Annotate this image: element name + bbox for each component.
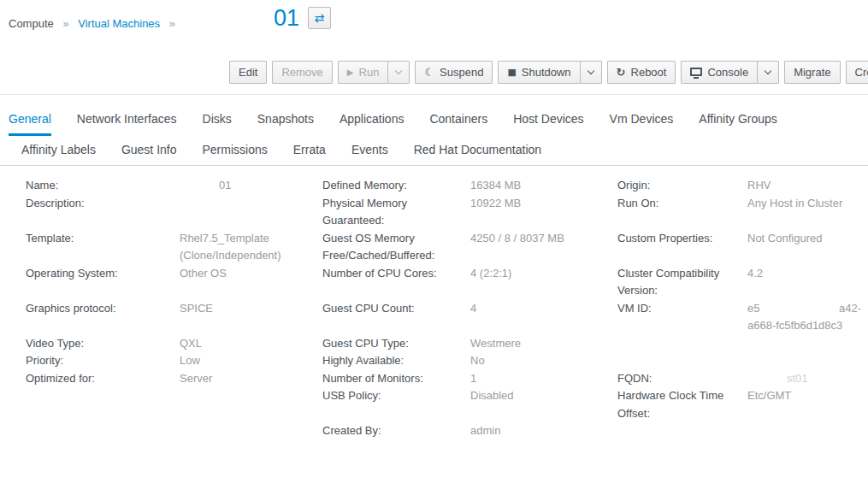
button-label: Edit: [239, 66, 257, 79]
tab-errata[interactable]: Errata: [293, 136, 326, 165]
details-column-1: Name:01Description:Template:Rhel7.5_Temp…: [26, 177, 322, 440]
breadcrumb-compute[interactable]: Compute: [9, 17, 54, 30]
detail-row: Operating System:Other OS: [26, 265, 322, 283]
detail-row: FQDN:st01: [617, 370, 868, 388]
tab-network-interfaces[interactable]: Network Interfaces: [77, 95, 177, 136]
spacer: [26, 212, 322, 230]
spacer: [617, 212, 868, 230]
shutdown-dropdown-toggle[interactable]: [580, 61, 602, 84]
detail-label: USB Policy:: [322, 387, 470, 405]
vm-details-page: Compute » Virtual Machines » 01 ⇄ EditRe…: [0, 0, 868, 440]
detail-label: Template:: [26, 230, 180, 248]
remove-button[interactable]: Remove: [272, 61, 332, 84]
detail-label: Hardware Clock Time Offset:: [617, 387, 747, 422]
detail-value: Not Configured: [747, 230, 868, 248]
button-label: Remove: [281, 66, 322, 79]
detail-row: Description:: [26, 195, 322, 213]
detail-value: 4.2: [747, 265, 868, 283]
spacer: [26, 317, 322, 335]
detail-row: Number of CPU Cores:4 (2:2:1): [322, 265, 617, 283]
detail-value: 4: [470, 300, 617, 318]
detail-row: Number of Monitors:1: [322, 370, 617, 388]
shutdown-button-group: ■Shutdown: [498, 61, 601, 84]
detail-label: Optimized for:: [26, 370, 180, 388]
detail-value: Server: [180, 370, 322, 388]
detail-row: Video Type:QXL: [26, 335, 322, 353]
tab-affinity-labels[interactable]: Affinity Labels: [21, 136, 96, 165]
detail-value: Other OS: [180, 265, 322, 283]
run-button[interactable]: ▶Run: [338, 61, 389, 84]
console-button[interactable]: Console: [681, 61, 758, 84]
detail-row: Priority:Low: [26, 352, 322, 370]
breadcrumb-separator: »: [169, 17, 175, 30]
tab-guest-info[interactable]: Guest Info: [121, 136, 177, 165]
tab-vm-devices[interactable]: Vm Devices: [610, 95, 674, 136]
detail-label: FQDN:: [617, 370, 747, 388]
detail-row: VM ID:e5a42-a668-fc5fb6d1d8c3: [617, 300, 868, 335]
tab-affinity-groups[interactable]: Affinity Groups: [699, 95, 777, 136]
general-details: Name:01Description:Template:Rhel7.5_Temp…: [0, 166, 868, 440]
detail-value: Low: [180, 352, 322, 370]
suspend-button[interactable]: ☾Suspend: [415, 61, 493, 84]
detail-row: Defined Memory:16384 MB: [322, 177, 617, 195]
run-dropdown-toggle[interactable]: [387, 61, 410, 84]
detail-row: Guest CPU Count:4: [322, 300, 617, 318]
details-column-2: Defined Memory:16384 MBPhysical Memory G…: [322, 177, 617, 440]
shutdown-button[interactable]: ■Shutdown: [498, 61, 580, 84]
edit-button-group: Edit: [229, 61, 267, 84]
detail-label: Priority:: [26, 352, 180, 370]
create-snapshot-button[interactable]: Create Snapshot: [846, 61, 868, 84]
tab-disks[interactable]: Disks: [203, 95, 232, 136]
detail-row: Hardware Clock Time Offset:Etc/GMT: [617, 387, 868, 422]
details-column-3: Origin:RHVRun On:Any Host in ClusterCust…: [617, 177, 868, 440]
spacer: [617, 335, 868, 353]
edit-button[interactable]: Edit: [229, 61, 267, 84]
tab-red-hat-documentation[interactable]: Red Hat Documentation: [414, 136, 541, 165]
entity-switcher-button[interactable]: ⇄: [308, 7, 331, 29]
tab-events[interactable]: Events: [351, 136, 388, 165]
monitor-icon: [690, 68, 702, 76]
tab-permissions[interactable]: Permissions: [203, 136, 268, 165]
title-row: 01 ⇄: [274, 3, 331, 32]
reboot-button[interactable]: ↻Reboot: [607, 61, 676, 84]
moon-icon: ☾: [424, 67, 434, 78]
tab-general[interactable]: General: [9, 95, 51, 136]
stop-square-icon: ■: [507, 68, 516, 77]
swap-arrows-icon: ⇄: [315, 12, 325, 24]
breadcrumb-separator: »: [62, 17, 68, 30]
tab-snapshots[interactable]: Snapshots: [257, 95, 314, 136]
detail-row: Physical Memory Guaranteed:10922 MB: [322, 195, 617, 230]
detail-value: 16384 MB: [470, 177, 617, 195]
detail-label: Defined Memory:: [322, 177, 470, 195]
breadcrumb-virtual-machines[interactable]: Virtual Machines: [78, 17, 160, 30]
button-label: Reboot: [631, 66, 667, 79]
console-dropdown-toggle[interactable]: [757, 61, 779, 84]
detail-value: QXL: [180, 335, 322, 353]
tab-host-devices[interactable]: Host Devices: [513, 95, 583, 136]
reboot-button-group: ↻Reboot: [607, 61, 676, 84]
tab-bar-primary: GeneralNetwork InterfacesDisksSnapshotsA…: [0, 95, 868, 136]
detail-label: Guest CPU Count:: [322, 300, 470, 318]
detail-row: Name:01: [26, 177, 322, 195]
page-header: Compute » Virtual Machines » 01 ⇄ EditRe…: [0, 0, 868, 95]
detail-value: 1: [470, 370, 617, 388]
migrate-button-group: Migrate: [784, 61, 840, 84]
button-label: Create Snapshot: [855, 66, 868, 79]
tab-containers[interactable]: Containers: [429, 95, 487, 136]
tab-applications[interactable]: Applications: [340, 95, 404, 136]
button-label: Shutdown: [522, 66, 571, 79]
detail-value: RHV: [747, 177, 868, 195]
detail-value: 4250 / 8 / 8037 MB: [470, 230, 617, 248]
detail-row: Graphics protocol:SPICE: [26, 300, 322, 318]
detail-row: Created By:admin: [322, 422, 617, 440]
migrate-button[interactable]: Migrate: [784, 61, 840, 84]
detail-row: Run On:Any Host in Cluster: [617, 195, 868, 213]
detail-label: Run On:: [617, 195, 747, 213]
detail-value: No: [470, 352, 617, 370]
detail-label: Highly Available:: [322, 352, 470, 370]
detail-label: Video Type:: [26, 335, 180, 353]
detail-row: Custom Properties:Not Configured: [617, 230, 868, 248]
caret-down-icon: [587, 67, 593, 74]
detail-row: Optimized for:Server: [26, 370, 322, 388]
detail-label: Number of Monitors:: [322, 370, 470, 388]
